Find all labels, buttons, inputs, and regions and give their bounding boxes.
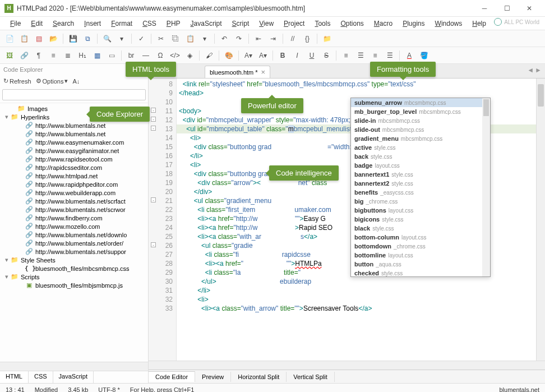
ac-item[interactable]: bottomdown _chrome.css bbox=[351, 242, 490, 251]
brackets-icon[interactable]: {} bbox=[301, 33, 313, 45]
menu-css[interactable]: CSS bbox=[138, 19, 161, 29]
ac-item[interactable]: slide-out mbcsmbmcp.css bbox=[351, 125, 490, 134]
autocomplete-scroll[interactable] bbox=[482, 98, 490, 276]
bold-icon[interactable]: B bbox=[276, 49, 289, 62]
folder-browse-icon[interactable]: 📁 bbox=[321, 33, 333, 45]
sidebar-tab-html[interactable]: HTML bbox=[0, 371, 29, 383]
code-editor[interactable]: 891011-12-13-1415161718192021-2223242526… bbox=[149, 79, 545, 361]
font-size-icon[interactable]: A▾ bbox=[257, 49, 269, 62]
menu-macro[interactable]: Macro bbox=[370, 19, 397, 29]
heading-icon[interactable]: H₁ bbox=[76, 49, 89, 62]
ac-item[interactable]: benefits _easycss.css bbox=[351, 188, 490, 197]
status-encoding[interactable]: UTF-8 * bbox=[98, 386, 120, 393]
explorer-tree[interactable]: 📁Images▾📁Hyperlinks🔗http://www.blumental… bbox=[0, 103, 148, 362]
ac-item[interactable]: badge layout.css bbox=[351, 161, 490, 170]
brush-icon[interactable]: 🖌 bbox=[203, 49, 215, 62]
paste-icon[interactable]: 📋 bbox=[184, 33, 196, 45]
menu-format[interactable]: Format bbox=[107, 19, 137, 29]
tree-link-6[interactable]: 🔗http://www.htmlpad.net bbox=[2, 172, 146, 180]
tree-link-5[interactable]: 🔗http://rapidcsseditor.com bbox=[2, 163, 146, 172]
ac-item[interactable]: bottom-column layout.css bbox=[351, 233, 490, 242]
align-left-icon[interactable]: ≡ bbox=[340, 49, 352, 62]
ac-item[interactable]: button _aqua.css bbox=[351, 260, 490, 269]
ac-item[interactable]: gradient_menu mbcsmbmcp.css bbox=[351, 134, 490, 143]
tree-css-item[interactable]: { }bluesmooth_files/mbcsmbmcp.css bbox=[2, 264, 146, 273]
tree-link-15[interactable]: 🔗http://www.blumentals.net/suppor bbox=[2, 247, 146, 256]
sidebar-hscroll[interactable] bbox=[0, 362, 148, 371]
underline-icon[interactable]: U bbox=[306, 49, 318, 62]
menu-search[interactable]: Search bbox=[48, 19, 78, 29]
redo-icon[interactable]: ↷ bbox=[233, 33, 245, 45]
tree-link-4[interactable]: 🔗http://www.rapidseotool.com bbox=[2, 155, 146, 163]
tree-link-14[interactable]: 🔗http://www.blumentals.net/order/ bbox=[2, 239, 146, 247]
spellcheck-icon[interactable]: ✓ bbox=[135, 33, 147, 45]
bg-color-icon[interactable]: 🪣 bbox=[418, 49, 430, 62]
save-icon[interactable]: 💾 bbox=[67, 33, 79, 45]
menu-plugins[interactable]: Plugins bbox=[398, 19, 429, 29]
ac-item[interactable]: bigbuttons layout.css bbox=[351, 206, 490, 215]
ac-item[interactable]: checked style.css bbox=[351, 269, 490, 277]
tree-link-11[interactable]: 🔗http://www.findberry.com bbox=[2, 214, 146, 222]
ac-item[interactable]: back style.css bbox=[351, 152, 490, 161]
search-icon[interactable]: 🔍 bbox=[101, 33, 113, 45]
comment-icon[interactable]: // bbox=[287, 33, 299, 45]
align-center-icon[interactable]: ☰ bbox=[354, 49, 367, 62]
indent-icon[interactable]: ⇥ bbox=[267, 33, 279, 45]
dropdown-icon[interactable]: ▾ bbox=[116, 33, 128, 45]
outdent-icon[interactable]: ⇤ bbox=[252, 33, 265, 45]
refresh-button[interactable]: ↻ Refresh bbox=[3, 77, 31, 85]
align-right-icon[interactable]: ≡ bbox=[369, 49, 381, 62]
menu-php[interactable]: PHP bbox=[162, 19, 185, 29]
sort-button[interactable]: A↓ bbox=[72, 78, 80, 85]
minimize-button[interactable]: ─ bbox=[473, 1, 496, 16]
new-file-icon[interactable]: 📄 bbox=[3, 33, 16, 45]
font-icon[interactable]: A▾ bbox=[242, 49, 255, 62]
sidebar-tab-css[interactable]: CSS bbox=[29, 371, 53, 383]
tab-next-icon[interactable]: ► bbox=[535, 66, 542, 74]
menu-project[interactable]: Project bbox=[279, 19, 309, 29]
tree-link-13[interactable]: 🔗http://www.blumentals.net/downlo bbox=[2, 230, 146, 239]
gutter[interactable]: 891011-12-13-1415161718192021-2223242526… bbox=[149, 79, 177, 361]
list-ul-icon[interactable]: ≣ bbox=[62, 49, 74, 62]
align-justify-icon[interactable]: ☰ bbox=[384, 49, 396, 62]
menu-help[interactable]: Help bbox=[468, 19, 491, 29]
undo-icon[interactable]: ↶ bbox=[218, 33, 230, 45]
search-input[interactable] bbox=[2, 89, 146, 100]
menu-javascript[interactable]: JavaScript bbox=[186, 19, 227, 29]
ac-item[interactable]: black style.css bbox=[351, 224, 490, 233]
tree-link-7[interactable]: 🔗http://www.rapidphpeditor.com bbox=[2, 180, 146, 188]
ac-item[interactable]: slide-in mbcsmbmcp.css bbox=[351, 116, 490, 125]
color-picker-icon[interactable]: 🎨 bbox=[223, 49, 235, 62]
menu-view[interactable]: View bbox=[255, 19, 278, 29]
autocomplete-popup[interactable]: submenu_arrow mbcsmbmcp.cssmb_burger_top… bbox=[350, 98, 491, 277]
ac-item[interactable]: submenu_arrow mbcsmbmcp.css bbox=[351, 98, 490, 107]
menu-file[interactable]: File bbox=[6, 19, 25, 29]
tab-prev-icon[interactable]: ◄ bbox=[527, 66, 534, 74]
ac-item[interactable]: active style.css bbox=[351, 143, 490, 152]
save-all-icon[interactable]: ⧉ bbox=[81, 33, 94, 45]
cut-icon[interactable]: ✂ bbox=[155, 33, 167, 45]
image-icon[interactable]: 🖼 bbox=[3, 49, 16, 62]
view-tab-vertical-split[interactable]: Vertical Split bbox=[287, 372, 335, 382]
tree-link-9[interactable]: 🔗http://www.blumentals.net/scrfact bbox=[2, 197, 146, 205]
tree-link-12[interactable]: 🔗http://www.mozello.com bbox=[2, 222, 146, 230]
menu-windows[interactable]: Windows bbox=[431, 19, 467, 29]
menu-tools[interactable]: Tools bbox=[310, 19, 335, 29]
tree-stylesheets[interactable]: ▾📁Style Sheets bbox=[2, 256, 146, 264]
paragraph-icon[interactable]: ¶ bbox=[33, 49, 45, 62]
tag-icon[interactable]: </> bbox=[169, 49, 181, 62]
menu-edit[interactable]: Edit bbox=[26, 19, 47, 29]
ac-item[interactable]: bannertext1 style.css bbox=[351, 170, 490, 179]
menu-options[interactable]: Options bbox=[336, 19, 368, 29]
copy-icon[interactable]: ⿻ bbox=[169, 33, 182, 45]
tab-close-icon[interactable]: × bbox=[261, 68, 266, 76]
new-doc-icon[interactable]: 📋 bbox=[18, 33, 30, 45]
text-color-icon[interactable]: A bbox=[403, 49, 415, 62]
ac-item[interactable]: bigicons style.css bbox=[351, 215, 490, 224]
view-tab-preview[interactable]: Preview bbox=[195, 372, 231, 382]
italic-icon[interactable]: I bbox=[291, 49, 303, 62]
tree-link-2[interactable]: 🔗http://www.easymenumaker.com bbox=[2, 138, 146, 146]
tree-link-0[interactable]: 🔗http://www.blumentals.net bbox=[2, 121, 146, 130]
close-button[interactable]: ✕ bbox=[518, 1, 541, 16]
tree-js-item[interactable]: ▣bluesmooth_files/mbjsmbmcp.js bbox=[2, 281, 146, 289]
